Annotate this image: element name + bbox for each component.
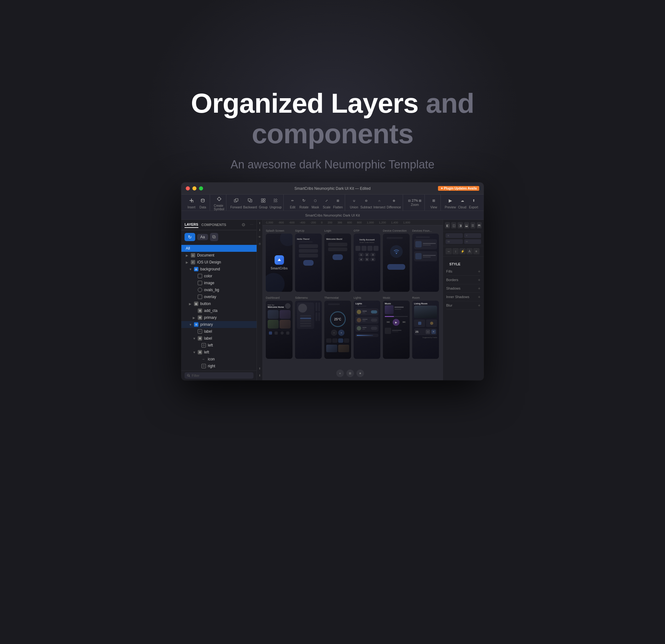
tab-components[interactable]: COMPONENTS [202, 222, 226, 228]
tree-item-background[interactable]: ▼ ▦ background [182, 266, 256, 273]
tree-item-document[interactable]: ▶ D Document [182, 252, 256, 259]
data-button[interactable]: Data [198, 196, 208, 209]
arrange-icon[interactable]: ≡ [473, 248, 479, 254]
edit-button[interactable]: ✏ Edit [287, 196, 298, 209]
light-toggle[interactable] [371, 310, 377, 313]
prev-btn[interactable]: ⏮ [386, 320, 391, 325]
tree-item-color[interactable]: color [182, 273, 256, 279]
tree-item-button[interactable]: ▶ ▦ button [182, 300, 256, 307]
view-button[interactable]: ⊞ View [429, 196, 439, 209]
tree-item-ios-ui-design[interactable]: ▶ F iOS UI Design [182, 259, 256, 266]
align-center-icon[interactable]: ◫ [451, 222, 456, 229]
tree-item-label-text[interactable]: T label [182, 328, 256, 335]
x-field[interactable]: X [445, 233, 463, 238]
borders-item[interactable]: Borders + [446, 276, 480, 284]
add-blur-icon[interactable]: + [478, 303, 480, 308]
panel-settings-icon[interactable]: ⚙ [242, 222, 246, 227]
align-left-icon[interactable]: ◧ [445, 222, 450, 229]
canvas-icon-zoom-in[interactable]: ⬆ [258, 367, 262, 371]
tree-item-primary-sub[interactable]: ▶ ▦ primary [182, 314, 256, 321]
tree-item-left[interactable]: ⬡ left [182, 342, 256, 349]
fills-item[interactable]: Fills + [446, 267, 480, 276]
thermo-inc[interactable]: + [338, 330, 344, 336]
rotate-button[interactable]: ↻ Rotate [299, 196, 309, 209]
tree-item-left-folder[interactable]: ▼ ▦ left [182, 349, 256, 356]
difference-button[interactable]: ⊕ Difference [387, 196, 401, 209]
plus-btn[interactable]: + [431, 330, 436, 334]
tab-layers[interactable]: LAYERS [185, 221, 198, 228]
lock-icon[interactable]: ⚡ [459, 248, 466, 254]
backward-button[interactable]: Backward [243, 196, 257, 209]
text-icon[interactable]: A [466, 248, 473, 254]
export-button[interactable]: ⬆ Export [469, 196, 479, 209]
panel-more-icon[interactable]: ⋯ [250, 223, 253, 227]
zoom-control[interactable]: ⊟ 27% ⊞ Zoom [407, 199, 422, 207]
add-shadow-icon[interactable]: + [478, 286, 480, 291]
forward-button[interactable]: Forward [230, 196, 242, 209]
thermo-dec[interactable]: − [331, 330, 337, 336]
union-button[interactable]: ∪ Union [349, 196, 359, 209]
tree-item-all[interactable]: All [182, 245, 256, 252]
shadows-item[interactable]: Shadows + [446, 284, 480, 293]
align-right-icon[interactable]: ◨ [457, 222, 462, 229]
align-middle-icon[interactable]: ☰ [470, 222, 475, 229]
tree-item-label-folder[interactable]: ▼ ▦ label [182, 335, 256, 342]
intersect-button[interactable]: ∩ Intersect [374, 196, 385, 209]
add-border-icon[interactable]: + [478, 277, 480, 282]
play-btn[interactable]: ▶ [393, 319, 400, 326]
flatten-button[interactable]: ⊞ Flatten [333, 196, 343, 209]
minus-btn[interactable]: − [426, 330, 430, 334]
copy-btn[interactable] [210, 233, 218, 241]
tree-item-add-cta[interactable]: ▦ add_cta [182, 307, 256, 314]
minimize-button[interactable] [192, 186, 196, 191]
scale-button[interactable]: ⤢ Scale [322, 196, 331, 209]
nav-icon [286, 331, 289, 335]
mask-button[interactable]: ⬡ Mask [310, 196, 320, 209]
flip-v-icon[interactable]: ↕ [453, 248, 459, 254]
room-card [280, 320, 291, 329]
filter-input[interactable]: Filter [185, 372, 253, 379]
font-btn[interactable]: Aa [197, 234, 208, 240]
tree-item-right[interactable]: ⬡ right [182, 363, 256, 370]
tree-item-icon[interactable]: → icon [182, 356, 256, 363]
grid-icon[interactable]: ⊞ [346, 370, 354, 377]
svg-point-19 [187, 374, 189, 376]
light-toggle[interactable] [371, 327, 377, 330]
star-icon[interactable]: ★ [357, 370, 364, 377]
plugin-badge[interactable]: ✦ Plugin Updates Availa [438, 186, 479, 191]
next-btn[interactable]: ⏭ [402, 320, 406, 325]
cloud-button[interactable]: ☁ Cloud [457, 196, 467, 209]
devices-found-content [412, 234, 439, 264]
add-icon[interactable]: + [336, 370, 344, 377]
create-symbol-button[interactable]: Create Symbol [214, 195, 224, 211]
refresh-btn[interactable]: ↻ [185, 233, 195, 241]
tree-item-ovals-bg[interactable]: ovals_bg [182, 287, 256, 293]
svg-marker-4 [217, 197, 221, 201]
canvas-icon-download[interactable]: ⬇ [258, 229, 262, 233]
w-field[interactable]: W [445, 239, 463, 244]
tree-item-image[interactable]: image [182, 279, 256, 287]
canvas-icon-eye[interactable]: 👁 [258, 235, 262, 240]
group-button[interactable]: Group [258, 196, 268, 209]
add-fill-icon[interactable]: + [478, 269, 480, 274]
canvas-icon-upload[interactable]: ⬆ [258, 221, 262, 226]
h-field[interactable]: H [464, 239, 481, 244]
tree-item-overlay[interactable]: overlay [182, 293, 256, 300]
align-bottom-icon[interactable]: ⬒ [477, 222, 482, 229]
insert-button[interactable]: Insert [186, 196, 196, 209]
flip-h-icon[interactable]: ↔ [445, 248, 452, 254]
canvas-icon-settings[interactable]: ⚙ [258, 242, 262, 247]
add-inner-shadow-icon[interactable]: + [478, 294, 480, 299]
subtract-button[interactable]: ⊖ Subtract [360, 196, 372, 209]
y-field[interactable]: Y [464, 233, 481, 238]
blur-item[interactable]: Blur + [446, 301, 480, 310]
preview-button[interactable]: ▶ Preview [444, 196, 456, 209]
align-top-icon[interactable]: ⬓ [464, 222, 469, 229]
light-toggle[interactable] [371, 318, 377, 322]
tree-item-primary[interactable]: ▼ ▦ primary [182, 321, 256, 328]
close-button[interactable] [186, 186, 190, 191]
maximize-button[interactable] [199, 186, 203, 191]
canvas-icon-zoom-out[interactable]: ⬇ [258, 374, 262, 378]
ungroup-button[interactable]: Ungroup [269, 196, 282, 209]
inner-shadows-item[interactable]: Inner Shadows + [446, 293, 480, 301]
